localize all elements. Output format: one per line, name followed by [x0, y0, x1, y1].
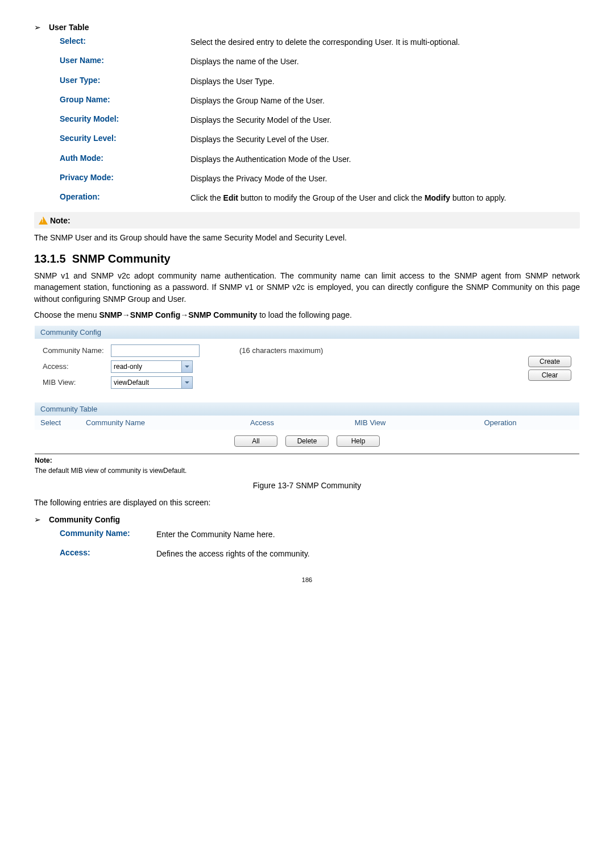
community-config-body: Community Name: (16 characters maximum) …: [35, 339, 579, 400]
col-operation: Operation: [427, 418, 574, 427]
def-row: Group Name: Displays the Group Name of t…: [60, 95, 580, 106]
create-button[interactable]: Create: [528, 356, 571, 367]
mibview-label: MIB View:: [43, 378, 111, 387]
def-term-privacymode: Privacy Mode:: [60, 173, 190, 184]
def-row: Select: Select the desired entry to dele…: [60, 36, 580, 48]
def-desc-groupname: Displays the Group Name of the User.: [190, 95, 580, 106]
note-text: The SNMP User and its Group should have …: [34, 233, 580, 242]
menu-path: Choose the menu SNMP→SNMP Config→SNMP Co…: [34, 310, 580, 319]
def-desc-operation: Click the Edit button to modify the Grou…: [190, 192, 580, 203]
def-term-securitylevel: Security Level:: [60, 134, 190, 145]
access-label: Access:: [43, 362, 111, 371]
def-term-securitymodel: Security Model:: [60, 114, 190, 126]
def-desc-access: Defines the access rights of the communi…: [156, 548, 580, 559]
page-number: 186: [34, 576, 580, 583]
def-term-username: User Name:: [60, 56, 190, 67]
col-select: Select: [40, 418, 86, 427]
all-button[interactable]: All: [234, 435, 277, 447]
def-term-select: Select:: [60, 36, 190, 48]
community-name-input[interactable]: [111, 344, 200, 357]
def-term-usertype: User Type:: [60, 76, 190, 87]
user-table-section: ➢ User Table Select: Select the desired …: [34, 23, 580, 204]
community-config-definitions: Community Name: Enter the Community Name…: [60, 529, 580, 560]
def-row: Operation: Click the Edit button to modi…: [60, 192, 580, 203]
def-term-operation: Operation:: [60, 192, 190, 203]
divider: [35, 454, 579, 454]
section-heading: 13.1.5 SNMP Community: [34, 252, 580, 265]
def-term-authmode: Auth Mode:: [60, 153, 190, 165]
note-label: Note:: [50, 216, 70, 225]
community-config-panel: Community Config Community Name: (16 cha…: [34, 325, 580, 475]
def-term-groupname: Group Name:: [60, 95, 190, 106]
def-desc-securitylevel: Displays the Security Level of the User.: [190, 134, 580, 145]
col-mib-view: MIB View: [313, 418, 427, 427]
def-row: Community Name: Enter the Community Name…: [60, 529, 580, 540]
def-desc-privacymode: Displays the Privacy Mode of the User.: [190, 173, 580, 184]
figure-caption: Figure 13-7 SNMP Community: [34, 481, 580, 490]
community-name-label: Community Name:: [43, 346, 111, 355]
help-button[interactable]: Help: [337, 435, 380, 447]
bullet-arrow-icon: ➢: [34, 515, 42, 524]
def-row: User Name: Displays the name of the User…: [60, 56, 580, 67]
def-desc-username: Displays the name of the User.: [190, 56, 580, 67]
community-table-header: Select Community Name Access MIB View Op…: [35, 416, 579, 430]
access-select[interactable]: read-only: [111, 360, 193, 373]
chevron-down-icon: [181, 377, 192, 388]
def-row: Access: Defines the access rights of the…: [60, 548, 580, 559]
community-name-hint: (16 characters maximum): [239, 346, 323, 355]
def-row: Security Level: Displays the Security Le…: [60, 134, 580, 145]
def-desc-securitymodel: Displays the Security Model of the User.: [190, 114, 580, 126]
mibview-select-value: viewDefault: [114, 379, 149, 387]
following-entries-text: The following entries are displayed on t…: [34, 498, 580, 507]
access-select-value: read-only: [114, 363, 142, 371]
clear-button[interactable]: Clear: [528, 369, 571, 381]
community-config-title: Community Config: [35, 326, 579, 339]
panel-note-label: Note:: [35, 456, 579, 464]
intro-paragraph: SNMP v1 and SNMP v2c adopt community nam…: [34, 270, 580, 305]
note-box: Note:: [34, 212, 580, 229]
user-table-definitions: Select: Select the desired entry to dele…: [60, 36, 580, 204]
chevron-down-icon: [181, 361, 192, 372]
def-desc-community-name: Enter the Community Name here.: [156, 529, 580, 540]
user-table-heading: User Table: [49, 23, 89, 32]
heading-number: 13.1.5: [34, 252, 66, 265]
def-desc-usertype: Displays the User Type.: [190, 76, 580, 87]
def-desc-authmode: Displays the Authentication Mode of the …: [190, 153, 580, 165]
col-community-name: Community Name: [86, 418, 211, 427]
def-row: User Type: Displays the User Type.: [60, 76, 580, 87]
panel-note-text: The default MIB view of community is vie…: [35, 467, 579, 475]
community-table-section: Community Table Select Community Name Ac…: [35, 402, 579, 452]
def-row: Auth Mode: Displays the Authentication M…: [60, 153, 580, 165]
def-desc-select: Select the desired entry to delete the c…: [190, 36, 580, 48]
mibview-select[interactable]: viewDefault: [111, 376, 193, 389]
def-term-access: Access:: [60, 548, 156, 559]
col-access: Access: [211, 418, 313, 427]
bullet-arrow-icon: ➢: [34, 23, 42, 32]
def-row: Privacy Mode: Displays the Privacy Mode …: [60, 173, 580, 184]
def-term-community-name: Community Name:: [60, 529, 156, 540]
def-row: Security Model: Displays the Security Mo…: [60, 114, 580, 126]
community-config-defs-section: ➢ Community Config Community Name: Enter…: [34, 515, 580, 560]
warning-icon: [39, 217, 48, 225]
table-actions: All Delete Help: [35, 430, 579, 452]
delete-button[interactable]: Delete: [285, 435, 329, 447]
community-config-defs-heading: Community Config: [49, 515, 120, 524]
community-table-title: Community Table: [35, 402, 579, 416]
heading-title: SNMP Community: [72, 252, 171, 265]
